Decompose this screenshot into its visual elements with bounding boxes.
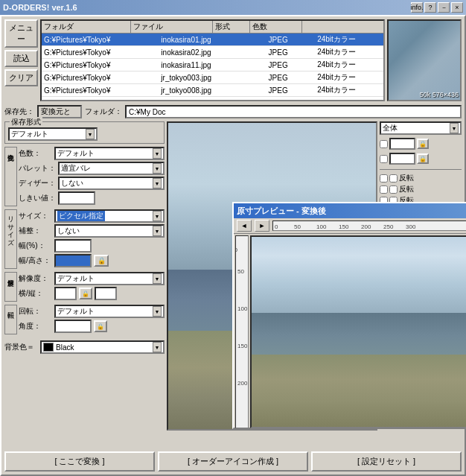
col-color: 色数 xyxy=(250,21,302,33)
dialog-prev-button[interactable]: ◄ xyxy=(237,220,252,232)
h-checkbox[interactable] xyxy=(380,155,388,163)
save-dest-label: 保存先： xyxy=(4,107,34,117)
adjust-arrow[interactable]: ▼ xyxy=(153,226,162,236)
table-row[interactable]: G:¥Pictures¥Tokyo¥jr_tokyo008.jpgJPEG24b… xyxy=(42,84,383,97)
clear-button[interactable]: クリア xyxy=(4,69,38,86)
svg-text:0: 0 xyxy=(275,223,278,230)
palette-label: パレット： xyxy=(19,163,56,174)
angle-input[interactable]: 0 xyxy=(54,320,92,333)
flip-checkbox-1[interactable] xyxy=(380,185,388,194)
resolution-arrow[interactable]: ▼ xyxy=(153,273,162,284)
width-pct-input[interactable]: 100 xyxy=(54,239,92,253)
res-wh-label: 横/縦： xyxy=(19,288,52,299)
bg-color-value: Black xyxy=(56,343,74,352)
preview-image xyxy=(250,235,466,428)
menu-button[interactable]: メニュー xyxy=(4,19,38,48)
threshold-label: しきい値： xyxy=(19,193,56,203)
reset-button[interactable]: [ 設定リセット ] xyxy=(311,451,462,472)
dialog-title-text: 原寸プレビュー - 変換後 xyxy=(237,206,326,217)
col-folder: フォルダ xyxy=(42,21,131,33)
palette-value: 適宜バレ xyxy=(61,163,91,174)
color-select[interactable]: デフォルト ▼ xyxy=(54,147,165,160)
color-arrow[interactable]: ▼ xyxy=(153,148,162,159)
lock-button[interactable]: 🔒 xyxy=(94,255,109,267)
help-button[interactable]: ? xyxy=(424,2,436,13)
threshold-input[interactable]: 128 xyxy=(58,191,95,205)
dialog-toolbar: ◄ ► 0 50 100 150 200 250 300 xyxy=(234,218,466,234)
resolution-select[interactable]: デフォルト ▼ xyxy=(54,272,165,285)
h-input[interactable]: 480 xyxy=(389,153,415,165)
resolution-value: デフォルト xyxy=(57,273,95,284)
size-arrow[interactable]: ▼ xyxy=(153,211,162,221)
threshold-row: しきい値： 128 xyxy=(19,191,165,205)
top-section: メニュー 読込 クリア フォルダ ファイル 形式 色数 G:¥Pictures¥… xyxy=(4,19,462,101)
h-row: 480 🔒 xyxy=(380,153,462,165)
res-w-input[interactable]: 75 xyxy=(54,287,77,300)
svg-text:300: 300 xyxy=(406,223,416,230)
width-pct-label: 幅(%)： xyxy=(19,241,52,251)
res-lock-button[interactable]: 🔒 xyxy=(79,288,92,299)
angle-row: 角度： 0 🔒 xyxy=(19,320,165,333)
scope-arrow[interactable]: ▼ xyxy=(450,123,459,133)
flip-row: 反転 xyxy=(380,184,462,194)
info-button[interactable]: info. xyxy=(411,2,423,13)
angle-lock-button[interactable]: 🔒 xyxy=(94,320,107,332)
size-select[interactable]: ピクセル指定 ▼ xyxy=(54,209,165,223)
col-file: ファイル xyxy=(131,21,213,33)
flip-checkbox-0[interactable] xyxy=(380,174,388,183)
flip-label-1: 反転 xyxy=(399,184,414,194)
middle-panel: 原寸プレビュー - 変換後 × ◄ ► 0 50 100 150 200 xyxy=(167,121,377,431)
close-button[interactable]: × xyxy=(451,2,463,13)
w-input[interactable]: 0 xyxy=(389,138,415,150)
save-format-arrow[interactable]: ▼ xyxy=(86,129,95,139)
flip-checkbox2-1[interactable] xyxy=(389,185,398,194)
save-format-label: 保存形式 xyxy=(10,117,42,127)
rotation-label: 回転： xyxy=(19,306,52,317)
height-input[interactable]: 320 xyxy=(54,254,92,267)
adjust-select[interactable]: しない ▼ xyxy=(54,224,165,238)
convert-button[interactable]: [ ここで変換 ] xyxy=(4,451,155,472)
order-icon-button[interactable]: [ オーダーアイコン作成 ] xyxy=(158,451,308,472)
bg-color-swatch xyxy=(43,343,54,352)
w-lock[interactable]: 🔒 xyxy=(417,139,429,149)
palette-row: パレット： 適宜バレ ▼ xyxy=(19,162,165,175)
read-button[interactable]: 読込 xyxy=(4,50,38,67)
size-value: ピクセル指定 xyxy=(57,211,105,221)
dialog-content: 0 50 100 150 200 xyxy=(234,234,466,430)
title-bar-buttons: info. ? － × xyxy=(411,2,463,13)
table-row[interactable]: G:¥Pictures¥Tokyo¥inokasira02.jpgJPEG24b… xyxy=(42,46,383,59)
flip-checkbox2-0[interactable] xyxy=(389,174,398,183)
resolution-section: 解像度 解像度： デフォルト ▼ 横/縦： 75 🔒 75 xyxy=(4,272,165,302)
bg-color-arrow[interactable]: ▼ xyxy=(153,342,162,352)
bg-color-select[interactable]: Black ▼ xyxy=(40,340,165,354)
dither-arrow[interactable]: ▼ xyxy=(153,178,162,188)
title-bar: D-ORDERS! ver.1.6 info. ? － × xyxy=(0,0,466,15)
resolution-row: 解像度： デフォルト ▼ xyxy=(19,272,165,285)
svg-text:150: 150 xyxy=(237,343,248,349)
rotation-select[interactable]: デフォルト ▼ xyxy=(54,305,165,318)
table-row[interactable]: G:¥Pictures¥Tokyo¥jr_tokyo003.jpgJPEG24b… xyxy=(42,72,383,84)
scope-select[interactable]: 全体 ▼ xyxy=(380,121,462,135)
dither-select[interactable]: しない ▼ xyxy=(58,177,165,190)
h-lock[interactable]: 🔒 xyxy=(417,153,429,164)
res-h-input[interactable]: 75 xyxy=(95,287,117,300)
table-row[interactable]: G:¥Pictures¥Tokyo¥inokasira01.jpgJPEG24b… xyxy=(42,34,383,46)
palette-select[interactable]: 適宜バレ ▼ xyxy=(58,162,165,175)
bg-color-label: 背景色＝ xyxy=(4,342,38,352)
col-format: 形式 xyxy=(213,21,250,33)
save-format-select[interactable]: デフォルト ▼ xyxy=(8,127,98,141)
svg-text:50: 50 xyxy=(237,268,244,275)
rotation-arrow[interactable]: ▼ xyxy=(153,306,162,317)
color-change-tag: 色変換 xyxy=(4,147,17,206)
w-checkbox[interactable] xyxy=(380,140,388,148)
size-row: サイズ： ピクセル指定 ▼ xyxy=(19,209,165,223)
thumbnail-image xyxy=(389,21,460,100)
table-row[interactable]: G:¥Pictures¥Tokyo¥inokasira11.jpgJPEG24b… xyxy=(42,59,383,72)
dialog-next-button[interactable]: ► xyxy=(255,220,269,232)
resize-controls: サイズ： ピクセル指定 ▼ 補整： しない ▼ xyxy=(19,209,165,269)
rotation-controls: 回転： デフォルト ▼ 角度： 0 🔒 xyxy=(19,305,165,334)
adjust-row: 補整： しない ▼ xyxy=(19,224,165,238)
minimize-button[interactable]: － xyxy=(438,2,450,13)
palette-arrow[interactable]: ▼ xyxy=(153,163,162,174)
folder-value[interactable]: C:¥My Doc xyxy=(125,105,462,118)
